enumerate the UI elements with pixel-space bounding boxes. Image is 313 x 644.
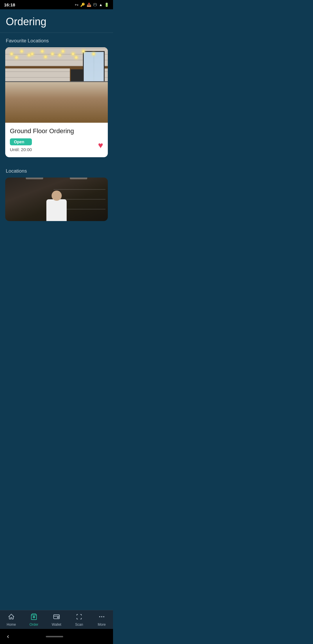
status-group: Open Until: 20:00: [10, 138, 32, 152]
location-card-image: [5, 47, 108, 123]
favourite-heart-icon[interactable]: ♥: [98, 140, 103, 150]
until-text: Until: 20:00: [10, 147, 32, 152]
location-preview-card[interactable]: [5, 178, 108, 221]
status-icons: 🗝 🔑 📥 📳 ▲ 🔋: [75, 3, 109, 7]
locations-section: Locations: [0, 163, 113, 221]
battery-icon: 🔋: [104, 3, 109, 7]
favourite-location-card[interactable]: Ground Floor Ordering Open Until: 20:00 …: [5, 47, 108, 157]
download-icon: 📥: [87, 3, 91, 7]
person-figure: [45, 189, 68, 221]
location-dark-image: [5, 178, 108, 221]
location-card-info: Ground Floor Ordering Open Until: 20:00 …: [5, 123, 108, 157]
page-title: Ordering: [6, 16, 107, 28]
main-content: Favourite Locations: [0, 33, 113, 262]
status-time: 16:18: [4, 2, 15, 7]
location-status-row: Open Until: 20:00 ♥: [10, 138, 103, 152]
location-card-name: Ground Floor Ordering: [10, 127, 103, 135]
status-bar: 16:18 🗝 🔑 📥 📳 ▲ 🔋: [0, 0, 113, 9]
key1-icon: 🗝: [75, 3, 79, 7]
page-header: Ordering: [0, 9, 113, 33]
vibrate-icon: 📳: [93, 3, 97, 7]
favourite-locations-label: Favourite Locations: [0, 33, 113, 47]
locations-label: Locations: [0, 163, 113, 178]
key2-icon: 🔑: [80, 3, 85, 7]
wifi-icon: ▲: [99, 3, 103, 7]
open-badge: Open: [10, 138, 32, 145]
